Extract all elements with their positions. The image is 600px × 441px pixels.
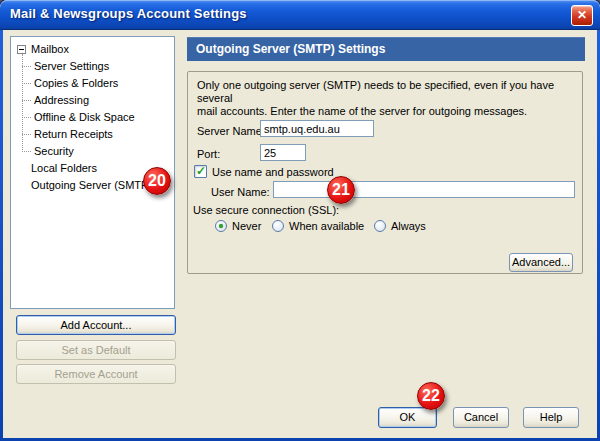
annotation-circle-21: 21 bbox=[327, 176, 355, 204]
checkmark-icon: ✓ bbox=[196, 164, 206, 178]
server-name-label: Server Name: bbox=[197, 125, 265, 137]
ssl-label: Use secure connection (SSL): bbox=[193, 204, 339, 216]
tree-item-security[interactable]: Security bbox=[11, 143, 174, 160]
set-as-default-button: Set as Default bbox=[16, 340, 176, 360]
server-name-input[interactable] bbox=[260, 120, 374, 137]
close-button[interactable]: ✕ bbox=[571, 5, 593, 26]
collapse-icon[interactable] bbox=[17, 45, 26, 54]
use-name-password-label: Use name and password bbox=[212, 166, 334, 178]
tree-item-addressing[interactable]: Addressing bbox=[11, 92, 174, 109]
titlebar: Mail & Newsgroups Account Settings ✕ bbox=[0, 0, 600, 30]
cancel-button[interactable]: Cancel bbox=[453, 407, 509, 428]
port-label: Port: bbox=[197, 148, 220, 160]
advanced-button[interactable]: Advanced... bbox=[509, 253, 573, 272]
annotation-circle-22: 22 bbox=[417, 382, 445, 410]
radio-icon bbox=[272, 220, 284, 232]
tree-item-offline-disk-space[interactable]: Offline & Disk Space bbox=[11, 109, 174, 126]
user-name-input[interactable] bbox=[273, 181, 575, 198]
tree-item-copies-folders[interactable]: Copies & Folders bbox=[11, 75, 174, 92]
dialog-content: Mailbox Server Settings Copies & Folders… bbox=[3, 30, 597, 438]
tree-item-mailbox[interactable]: Mailbox bbox=[11, 41, 174, 58]
remove-account-button: Remove Account bbox=[16, 364, 176, 384]
pane-title: Outgoing Server (SMTP) Settings bbox=[187, 37, 585, 61]
description-text: Only one outgoing server (SMTP) needs to… bbox=[197, 79, 577, 118]
checkbox-box: ✓ bbox=[194, 165, 207, 178]
user-name-label: User Name: bbox=[211, 186, 270, 198]
tree-item-return-receipts[interactable]: Return Receipts bbox=[11, 126, 174, 143]
add-account-button[interactable]: Add Account... bbox=[16, 315, 176, 335]
close-icon: ✕ bbox=[577, 8, 587, 22]
annotation-circle-20: 20 bbox=[143, 167, 171, 195]
account-settings-dialog: Mail & Newsgroups Account Settings ✕ Mai… bbox=[0, 0, 600, 441]
radio-icon bbox=[215, 220, 227, 232]
help-button[interactable]: Help bbox=[523, 407, 579, 428]
radio-icon bbox=[374, 220, 386, 232]
smtp-settings-group: Only one outgoing server (SMTP) needs to… bbox=[187, 71, 583, 274]
ok-button[interactable]: OK bbox=[378, 407, 437, 428]
tree-item-server-settings[interactable]: Server Settings bbox=[11, 58, 174, 75]
window-title: Mail & Newsgroups Account Settings bbox=[10, 6, 247, 21]
port-input[interactable] bbox=[260, 144, 306, 161]
